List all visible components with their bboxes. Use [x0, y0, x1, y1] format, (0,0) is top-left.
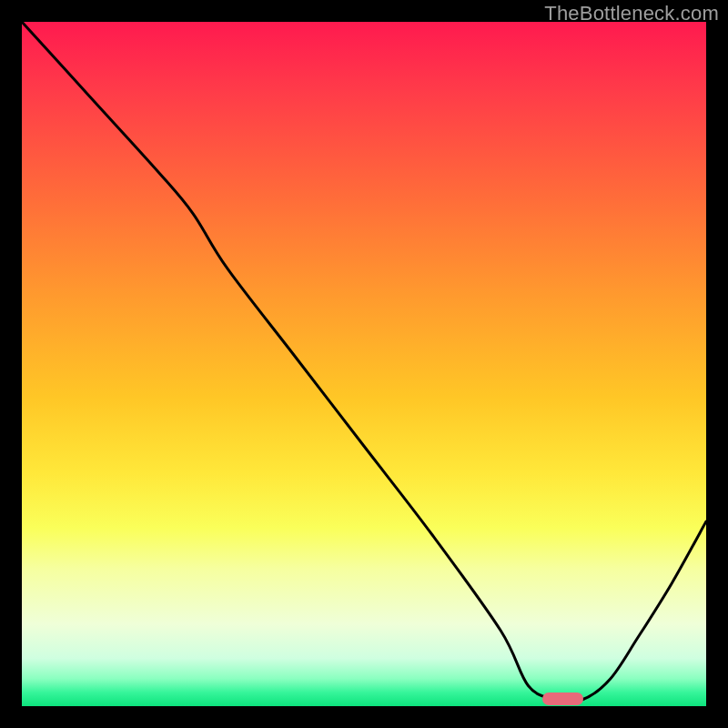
- chart-area: [22, 22, 706, 706]
- frame: TheBottleneck.com: [0, 0, 728, 728]
- optimal-marker: [542, 693, 583, 705]
- bottleneck-curve: [22, 22, 706, 706]
